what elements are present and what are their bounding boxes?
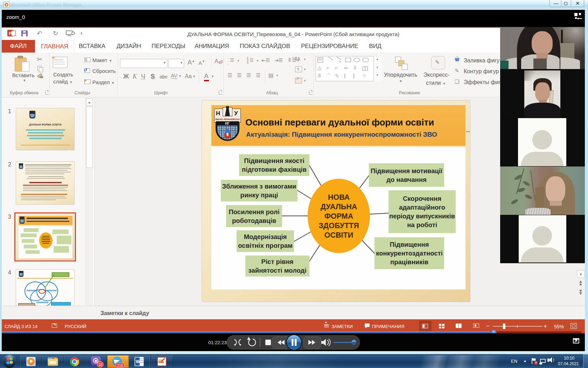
svg-text:01:22:23: 01:22:23 — [208, 340, 227, 345]
